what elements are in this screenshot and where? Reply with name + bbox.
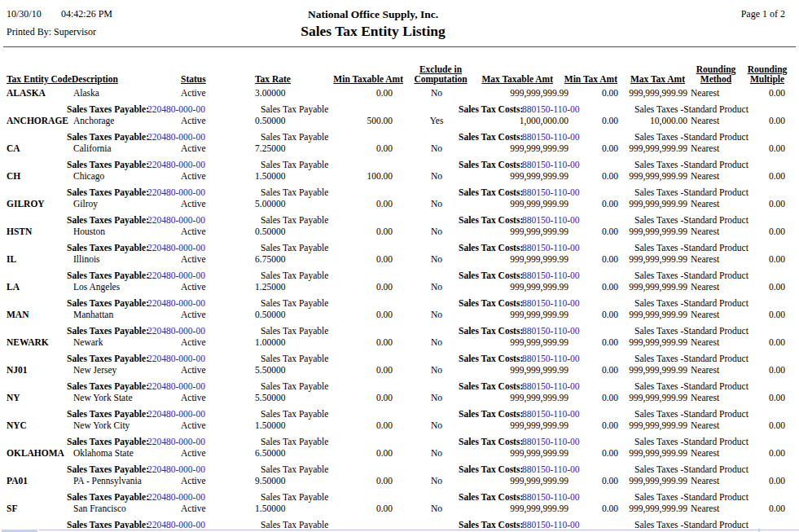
entity-min-tax-amt: 0.00: [602, 143, 618, 154]
scrollbar-divider-tick: [758, 529, 760, 532]
sales-taxes-payable-account-link[interactable]: 220480-000-00: [147, 242, 205, 253]
sales-tax-costs-account-link[interactable]: 880150-110-00: [522, 297, 579, 309]
entity-code: ANCHORAGE: [7, 115, 68, 126]
col-header-max-tax-amt: Max Tax Amt: [630, 74, 685, 84]
sales-taxes-payable-label: Sales Taxes Payable:: [67, 270, 149, 281]
sales-taxes-payable-label: Sales Taxes Payable:: [67, 242, 149, 253]
tax-entity-detail-row: LA Los Angeles Active 1.25000 0.00 No 99…: [0, 281, 799, 292]
entity-block: NEWARK Newark Active 1.00000 0.00 No 999…: [0, 336, 799, 364]
sales-tax-costs-account-link[interactable]: 880150-110-00: [522, 159, 579, 170]
col-header-min-taxable-amt: Min Taxable Amt: [333, 74, 403, 84]
sales-tax-costs-account-desc: Sales Taxes -Standard Product: [634, 187, 749, 198]
gl-accounts-row: Sales Taxes Payable: 220480-000-00 Sales…: [0, 214, 799, 226]
entity-min-taxable-amt: 0.00: [376, 475, 393, 486]
sales-taxes-payable-account-link[interactable]: 220480-000-00: [147, 436, 205, 447]
sales-taxes-payable-account-link[interactable]: 220480-000-00: [147, 408, 205, 420]
sales-tax-costs-account-link[interactable]: 880150-110-00: [522, 270, 579, 281]
entity-rounding-multiple: 0.00: [769, 420, 785, 431]
sales-taxes-payable-account-link[interactable]: 220480-000-00: [147, 380, 205, 392]
sales-taxes-payable-label: Sales Taxes Payable:: [67, 131, 149, 143]
entity-description: Newark: [73, 336, 103, 348]
sales-tax-costs-account-desc: Sales Taxes -Standard Product: [634, 380, 749, 392]
col-header-exclude-in-computation: Exclude in Computation: [410, 64, 472, 84]
entity-exclude-in-computation: No: [410, 226, 463, 237]
bottom-scrollbar-strip[interactable]: [0, 529, 799, 532]
sales-tax-costs-account-link[interactable]: 880150-110-00: [522, 408, 579, 420]
gl-accounts-row: Sales Taxes Payable: 220480-000-00 Sales…: [0, 297, 799, 309]
entity-description: California: [73, 143, 112, 154]
sales-tax-costs-account-link[interactable]: 880150-110-00: [522, 436, 579, 447]
sales-taxes-payable-account-link[interactable]: 220480-000-00: [147, 325, 205, 336]
sales-taxes-payable-account-desc: Sales Tax Payable: [261, 353, 328, 364]
entity-min-taxable-amt: 0.00: [376, 143, 393, 154]
entity-status: Active: [181, 143, 206, 154]
sales-taxes-payable-account-link[interactable]: 220480-000-00: [147, 464, 205, 475]
entity-max-tax-amt: 999,999,999.99: [629, 420, 687, 431]
entity-exclude-in-computation: No: [410, 281, 463, 292]
tax-entity-detail-row: NY New York State Active 5.50000 0.00 No…: [0, 392, 799, 403]
sales-taxes-payable-account-link[interactable]: 220480-000-00: [147, 297, 205, 309]
entity-rounding-multiple: 0.00: [769, 475, 785, 486]
sales-taxes-payable-account-link[interactable]: 220480-000-00: [147, 103, 205, 115]
entity-description: Houston: [73, 226, 105, 237]
entity-block: HSTN Houston Active 0.50000 0.00 No 999,…: [0, 226, 799, 253]
entity-exclude-in-computation: No: [410, 364, 463, 376]
entity-min-taxable-amt: 0.00: [376, 281, 393, 292]
entity-rounding-method: Nearest: [691, 364, 719, 376]
sales-taxes-payable-label: Sales Taxes Payable:: [67, 297, 149, 309]
sales-taxes-payable-label: Sales Taxes Payable:: [67, 325, 149, 336]
entity-max-tax-amt: 999,999,999.99: [629, 475, 687, 486]
sales-taxes-payable-label: Sales Taxes Payable:: [67, 353, 149, 364]
entity-tax-rate: 9.50000: [255, 475, 285, 486]
entity-code: PA01: [7, 475, 28, 486]
sales-tax-costs-account-link[interactable]: 880150-110-00: [522, 103, 579, 115]
sales-taxes-payable-account-link[interactable]: 220480-000-00: [147, 187, 205, 198]
entity-exclude-in-computation: No: [410, 309, 463, 320]
sales-taxes-payable-account-link[interactable]: 220480-000-00: [147, 270, 205, 281]
sales-taxes-payable-account-link[interactable]: 220480-000-00: [147, 131, 205, 143]
entity-code: CH: [7, 170, 20, 182]
entity-description: New Jersey: [73, 364, 116, 376]
sales-tax-costs-account-link[interactable]: 880150-110-00: [522, 325, 579, 336]
entity-min-tax-amt: 0.00: [602, 281, 618, 292]
tax-entity-detail-row: HSTN Houston Active 0.50000 0.00 No 999,…: [0, 226, 799, 237]
sales-taxes-payable-account-link[interactable]: 220480-000-00: [147, 353, 205, 364]
sales-taxes-payable-account-link[interactable]: 220480-000-00: [147, 159, 205, 170]
gl-accounts-row: Sales Taxes Payable: 220480-000-00 Sales…: [0, 353, 799, 364]
entity-max-taxable-amt: 999,999,999.99: [510, 198, 569, 209]
sales-taxes-payable-account-link[interactable]: 220480-000-00: [147, 491, 205, 503]
entity-status: Active: [181, 198, 206, 209]
entity-code: NEWARK: [7, 336, 49, 348]
entity-min-taxable-amt: 500.00: [367, 115, 393, 126]
sales-tax-costs-account-desc: Sales Taxes -Standard Product: [634, 159, 749, 170]
sales-tax-costs-label: Sales Tax Costs:: [459, 297, 523, 309]
sales-tax-costs-account-link[interactable]: 880150-110-00: [522, 242, 579, 253]
entity-code: LA: [7, 281, 20, 292]
sales-tax-costs-account-link[interactable]: 880150-110-00: [522, 214, 579, 226]
gl-accounts-row: Sales Taxes Payable: 220480-000-00 Sales…: [0, 187, 799, 198]
sales-taxes-payable-account-desc: Sales Tax Payable: [261, 214, 328, 226]
entity-min-taxable-amt: 0.00: [376, 447, 393, 459]
entity-block: NYC New York City Active 1.50000 0.00 No…: [0, 420, 799, 447]
sales-tax-costs-account-link[interactable]: 880150-110-00: [522, 131, 579, 143]
report-header-center: National Office Supply, Inc. Sales Tax E…: [0, 9, 746, 39]
entity-min-taxable-amt: 0.00: [376, 87, 393, 99]
entity-description: Gilroy: [73, 198, 98, 209]
sales-tax-costs-label: Sales Tax Costs:: [459, 214, 523, 226]
sales-tax-costs-account-link[interactable]: 880150-110-00: [522, 187, 579, 198]
entity-status: Active: [181, 309, 206, 320]
sales-tax-costs-account-desc: Sales Taxes -Standard Product: [634, 464, 749, 475]
entity-exclude-in-computation: No: [410, 170, 463, 182]
sales-tax-costs-account-link[interactable]: 880150-110-00: [522, 464, 579, 475]
entity-max-tax-amt: 999,999,999.99: [629, 143, 687, 154]
entity-exclude-in-computation: No: [410, 503, 463, 514]
sales-tax-costs-label: Sales Tax Costs:: [459, 408, 523, 420]
entity-block: ALASKA Alaska Active 3.00000 0.00 No 999…: [0, 87, 799, 115]
sales-tax-costs-account-link[interactable]: 880150-110-00: [522, 380, 579, 392]
tax-entity-detail-row: ANCHORAGE Anchorage Active 0.50000 500.0…: [0, 115, 799, 126]
sales-tax-costs-account-link[interactable]: 880150-110-00: [522, 353, 579, 364]
entity-code: OKLAHOMA: [7, 447, 64, 459]
entity-tax-rate: 5.50000: [255, 364, 285, 376]
sales-taxes-payable-account-link[interactable]: 220480-000-00: [147, 214, 205, 226]
sales-tax-costs-account-link[interactable]: 880150-110-00: [522, 491, 579, 503]
